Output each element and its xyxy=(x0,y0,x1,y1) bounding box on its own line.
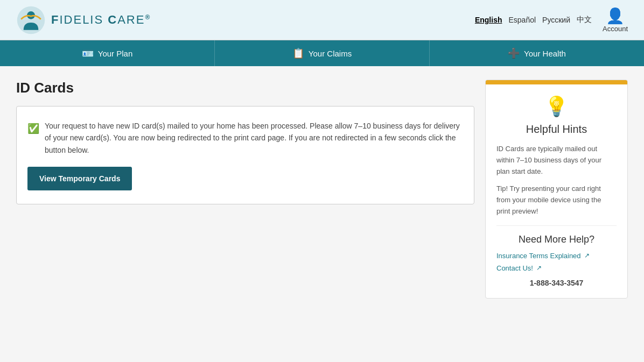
phone-number: 1-888-343-3547 xyxy=(496,279,617,287)
need-help-title: Need More Help? xyxy=(496,234,617,245)
logo-text: FIDELIS CARE® xyxy=(51,13,151,27)
external-link-icon-1: ↗ xyxy=(536,264,542,272)
main-content: ID Cards ✅ Your request to have new ID c… xyxy=(0,66,644,312)
hint-1-text: ID Cards are typically mailed out within… xyxy=(496,144,617,177)
helpful-hints-card: 💡 Helpful Hints ID Cards are typically m… xyxy=(485,80,628,299)
hint-2-text: Tip! Try presenting your card right from… xyxy=(496,183,617,217)
contact-us-link[interactable]: Contact Us! ↗ xyxy=(496,264,617,272)
nav-your-claims[interactable]: 📋 Your Claims xyxy=(215,40,430,66)
hints-top-bar xyxy=(486,80,627,84)
insurance-terms-link[interactable]: Insurance Terms Explained ↗ xyxy=(496,252,617,260)
lang-chinese[interactable]: 中文 xyxy=(577,15,592,25)
lang-spanish[interactable]: Español xyxy=(508,16,536,24)
nav-your-health[interactable]: ➕ Your Health xyxy=(430,40,644,66)
nav-your-plan-label: Your Plan xyxy=(98,49,133,58)
external-link-icon-0: ↗ xyxy=(584,252,590,259)
insurance-terms-label: Insurance Terms Explained xyxy=(496,252,581,260)
logo-icon xyxy=(16,5,46,35)
divider xyxy=(496,225,617,226)
bulb-icon: 💡 xyxy=(496,95,617,118)
your-plan-icon: 🪪 xyxy=(82,47,94,59)
header-right: English Español Русский 中文 👤 Account xyxy=(475,7,628,33)
header: FIDELIS CARE® English Español Русский 中文… xyxy=(0,0,644,40)
hints-title: Helpful Hints xyxy=(496,123,617,136)
your-health-icon: ➕ xyxy=(508,47,520,59)
view-temporary-cards-button[interactable]: View Temporary Cards xyxy=(27,167,132,190)
language-selector: English Español Русский 中文 xyxy=(475,15,592,25)
account-label: Account xyxy=(603,25,628,33)
info-text: Your request to have new ID card(s) mail… xyxy=(45,120,463,156)
nav-your-health-label: Your Health xyxy=(524,49,566,58)
nav-your-plan[interactable]: 🪪 Your Plan xyxy=(0,40,215,66)
contact-us-label: Contact Us! xyxy=(496,264,533,272)
right-sidebar: 💡 Helpful Hints ID Cards are typically m… xyxy=(485,80,628,299)
info-box: ✅ Your request to have new ID card(s) ma… xyxy=(16,106,474,204)
your-claims-icon: 📋 xyxy=(292,47,304,59)
hints-body: 💡 Helpful Hints ID Cards are typically m… xyxy=(486,84,627,298)
account-button[interactable]: 👤 Account xyxy=(603,7,628,33)
lang-russian[interactable]: Русский xyxy=(542,16,570,24)
nav-bar: 🪪 Your Plan 📋 Your Claims ➕ Your Health xyxy=(0,40,644,66)
page-title: ID Cards xyxy=(16,80,474,96)
lang-english[interactable]: English xyxy=(475,16,502,24)
logo-area: FIDELIS CARE® xyxy=(16,5,151,35)
check-icon: ✅ xyxy=(27,121,39,137)
nav-your-claims-label: Your Claims xyxy=(309,49,352,58)
left-section: ID Cards ✅ Your request to have new ID c… xyxy=(16,80,474,299)
info-message: ✅ Your request to have new ID card(s) ma… xyxy=(27,120,463,156)
account-icon: 👤 xyxy=(606,7,625,25)
